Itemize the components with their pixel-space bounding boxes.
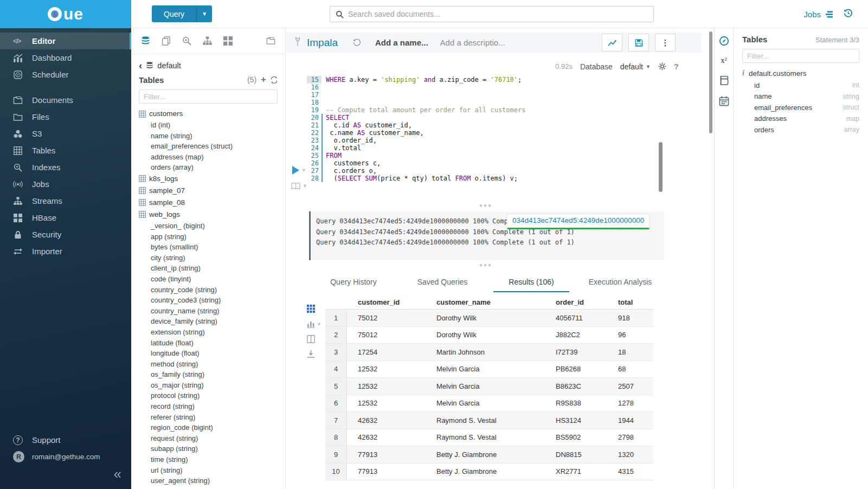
column-item[interactable]: record (string): [139, 401, 278, 412]
log-resize-handle[interactable]: ●●●: [307, 203, 665, 208]
sidebar-item-indexes[interactable]: Indexes: [0, 159, 131, 176]
document-search[interactable]: [330, 6, 654, 22]
code-line[interactable]: 19-- Compute total amount per order for …: [307, 106, 686, 114]
code-line[interactable]: 15WHERE a.key = 'shipping' and a.zip_cod…: [307, 76, 686, 83]
query-id-tooltip[interactable]: 034d413ec7474ed5:4249de1000000000: [507, 214, 650, 229]
table-item[interactable]: sample_07: [139, 185, 278, 197]
table-row[interactable]: 512532Melvin GarciaB8623C2507: [325, 378, 653, 395]
sidebar-item-user[interactable]: R romain@gethue.com: [0, 448, 131, 465]
database-name[interactable]: default: [157, 61, 181, 70]
column-item[interactable]: name (string): [139, 131, 278, 141]
history-icon[interactable]: [844, 9, 853, 20]
column-header[interactable]: customer_id: [347, 298, 426, 306]
more-options-button[interactable]: ⋮: [655, 34, 676, 52]
column-item[interactable]: latitude (float): [139, 338, 278, 349]
column-item[interactable]: region_code (bigint): [139, 422, 278, 433]
sidebar-item-support[interactable]: ? Support: [0, 432, 131, 448]
column-item[interactable]: time (string): [139, 454, 278, 465]
query-dropdown-caret[interactable]: ▼: [196, 5, 212, 22]
sidebar-collapse-button[interactable]: «: [114, 468, 121, 479]
documents-copy-icon[interactable]: [162, 36, 171, 46]
column-item[interactable]: country_name (string): [139, 306, 278, 317]
code-line[interactable]: 17: [307, 91, 686, 99]
results-resize-handle[interactable]: ●●●: [307, 263, 665, 267]
table-item[interactable]: customers: [139, 108, 278, 120]
sidebar-item-editor[interactable]: </>Editor: [0, 33, 131, 49]
search-input[interactable]: [348, 10, 653, 18]
grid-view-icon[interactable]: [307, 305, 322, 313]
functions-icon[interactable]: x²: [721, 56, 726, 65]
code-line[interactable]: 27 c.orders o,: [307, 167, 686, 175]
sidebar-item-hbase[interactable]: HBase: [0, 209, 131, 226]
table-row[interactable]: 842632Raymond S. VestalBS59022798: [325, 429, 653, 447]
code-line[interactable]: 25FROM: [307, 152, 686, 159]
tables-filter-input[interactable]: [139, 89, 278, 104]
table-row[interactable]: 977913Betty J. GiambroneDN88151320: [325, 446, 653, 464]
assist-column-item[interactable]: email_preferencesstruct: [754, 102, 859, 113]
code-line[interactable]: 18: [307, 99, 686, 106]
column-item[interactable]: method (string): [139, 359, 278, 370]
back-chevron-icon[interactable]: ‹: [139, 62, 142, 69]
code-line[interactable]: 22 c.name AS customer_name,: [307, 129, 686, 137]
column-item[interactable]: request (string): [139, 433, 278, 444]
assist-filter-input[interactable]: [742, 49, 859, 63]
column-header[interactable]: order_id: [545, 298, 607, 306]
sidebar-item-scheduler[interactable]: Scheduler: [0, 66, 131, 83]
table-item[interactable]: sample_08: [139, 197, 278, 209]
tab-query-history[interactable]: Query History: [309, 273, 398, 292]
table-row[interactable]: 275012Dorothy WilkJ882C296: [325, 327, 653, 344]
download-icon[interactable]: [307, 350, 322, 358]
sidebar-item-documents[interactable]: Documents: [0, 92, 131, 108]
column-item[interactable]: protocol (string): [139, 390, 278, 401]
chart-button[interactable]: [602, 34, 622, 52]
column-item[interactable]: code (tinyint): [139, 274, 278, 285]
code-line[interactable]: 16: [307, 83, 686, 91]
column-item[interactable]: longitude (float): [139, 348, 278, 359]
execute-options-caret[interactable]: ▼: [301, 168, 306, 173]
assist-column-item[interactable]: addressesmap: [754, 113, 859, 125]
apps-grid-icon[interactable]: [223, 36, 233, 46]
open-folder-icon[interactable]: [266, 36, 275, 46]
column-item[interactable]: city (string): [139, 253, 278, 263]
assist-filter[interactable]: [742, 49, 859, 63]
column-item[interactable]: os_family (string): [139, 369, 278, 380]
tab-saved-queries[interactable]: Saved Queries: [398, 273, 487, 292]
table-row[interactable]: 412532Melvin GarciaPB626868: [325, 361, 653, 378]
sidebar-item-s3[interactable]: S3: [0, 125, 131, 142]
active-table-name[interactable]: default.customers: [749, 69, 807, 78]
assist-column-item[interactable]: idint: [754, 80, 859, 91]
jobs-link[interactable]: Jobs: [803, 10, 833, 19]
sidebar-item-files[interactable]: Files: [0, 108, 131, 125]
database-select[interactable]: default▼: [620, 62, 651, 71]
chart-type-caret[interactable]: ▼: [317, 321, 322, 327]
sidebar-item-importer[interactable]: Importer: [0, 243, 131, 260]
assist-column-item[interactable]: namestring: [754, 91, 859, 102]
column-item[interactable]: client_ip (string): [139, 263, 278, 274]
code-line[interactable]: 28 (SELECT SUM(price * qty) total FROM o…: [307, 175, 686, 182]
column-item[interactable]: addresses (map): [139, 152, 278, 163]
column-item[interactable]: user_agent (string): [139, 475, 278, 486]
snippet-options-caret[interactable]: ▼: [303, 183, 307, 189]
query-id-link[interactable]: 034d413ec7474ed5:4249de1000000000: [512, 216, 644, 224]
column-item[interactable]: country_code (string): [139, 285, 278, 295]
panel-scrollbar[interactable]: [709, 31, 712, 133]
settings-gear-icon[interactable]: [658, 62, 666, 70]
code-line[interactable]: 21 c.id AS customer_id,: [307, 121, 686, 129]
sidebar-item-streams[interactable]: Streams: [0, 192, 131, 209]
column-item[interactable]: url (string): [139, 465, 278, 476]
add-table-icon[interactable]: +: [261, 74, 266, 85]
column-header[interactable]: total: [607, 298, 653, 306]
column-header[interactable]: customer_name: [426, 298, 545, 306]
query-name-field[interactable]: Add a name...: [375, 38, 428, 47]
column-item[interactable]: subapp (string): [139, 443, 278, 454]
sidebar-item-jobs[interactable]: Jobs: [0, 176, 131, 192]
dictionary-book-icon[interactable]: [291, 182, 300, 190]
tab-execution-analysis[interactable]: Execution Analysis: [576, 273, 665, 292]
save-button[interactable]: [628, 34, 649, 52]
assist-column-item[interactable]: ordersarray: [754, 124, 859, 136]
column-item[interactable]: email_preferences (struct): [139, 141, 278, 152]
column-item[interactable]: app (string): [139, 231, 278, 242]
refresh-icon[interactable]: [271, 76, 278, 83]
table-row[interactable]: 1077913Betty J. GiambroneXR27714315: [325, 464, 653, 481]
tab-results-106-[interactable]: Results (106): [487, 273, 576, 292]
